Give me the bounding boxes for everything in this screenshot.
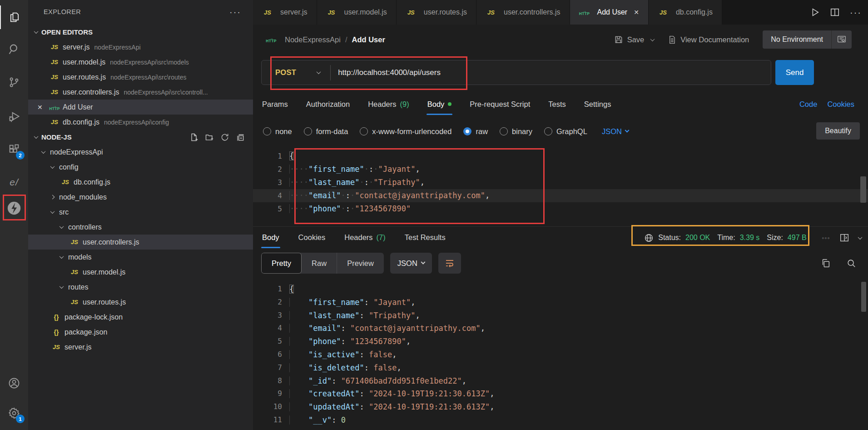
open-editor-item[interactable]: JSuser.model.jsnodeExpressApi\src\models bbox=[28, 55, 253, 70]
word-wrap-button[interactable] bbox=[438, 253, 461, 274]
view-documentation-button[interactable]: View Documentation bbox=[668, 35, 749, 44]
tree-folder-config[interactable]: config bbox=[28, 160, 253, 175]
run-icon[interactable] bbox=[810, 7, 820, 17]
body-type-none[interactable]: none bbox=[263, 127, 292, 136]
tree-section-header[interactable]: NODE-JS bbox=[28, 130, 253, 145]
tree-folder-routes[interactable]: routes bbox=[28, 280, 253, 295]
editor-tab-user-routes-js[interactable]: JSuser.routes.js bbox=[397, 0, 476, 25]
code-token: ···· bbox=[289, 204, 308, 213]
tree-file-user-controllers-js[interactable]: JSuser.controllers.js bbox=[28, 235, 253, 250]
tree-file-package-json[interactable]: {}package.json bbox=[28, 325, 253, 340]
environment-button[interactable]: No Environment bbox=[763, 30, 831, 49]
request-body-editor[interactable]: 1{2····"first_name"·:·"Jayant",3····"las… bbox=[253, 145, 868, 226]
body-type-graphql[interactable]: GraphQL bbox=[544, 127, 587, 136]
tree-file-user-model-js[interactable]: JSuser.model.js bbox=[28, 265, 253, 280]
refresh-icon[interactable] bbox=[220, 133, 229, 142]
tree-folder-node-modules[interactable]: node_modules bbox=[28, 190, 253, 205]
size-value: 497 B bbox=[788, 234, 807, 242]
cookies-link[interactable]: Cookies bbox=[827, 100, 854, 109]
tree-folder-nodeexpressapi[interactable]: nodeExpressApi bbox=[28, 145, 253, 160]
breadcrumb-collection[interactable]: NodeExpressApi bbox=[285, 35, 341, 44]
request-tab-body[interactable]: Body bbox=[427, 96, 453, 112]
body-type-raw[interactable]: raw bbox=[463, 127, 488, 136]
request-editor-scrollbar[interactable] bbox=[860, 176, 866, 203]
settings-gear-icon[interactable]: 1 bbox=[0, 401, 28, 425]
tree-file-package-lock-json[interactable]: {}package-lock.json bbox=[28, 310, 253, 325]
code-token: "Tripathy" bbox=[373, 178, 420, 187]
editor-tab-user-controllers-js[interactable]: JSuser.controllers.js bbox=[476, 0, 570, 25]
open-editor-item[interactable]: JSuser.controllers.jsnodeExpressApi\src\… bbox=[28, 85, 253, 100]
thunder-client-icon[interactable] bbox=[0, 196, 28, 220]
tree-folder-src[interactable]: src bbox=[28, 205, 253, 220]
code-token: "2024-10-19T19:21:30.613Z" bbox=[369, 402, 490, 411]
beautify-button[interactable]: Beautify bbox=[816, 122, 860, 140]
code-link[interactable]: Code bbox=[799, 100, 817, 109]
response-more-icon[interactable]: ◦◦◦ bbox=[822, 235, 830, 241]
source-control-icon[interactable] bbox=[0, 70, 28, 94]
search-icon[interactable] bbox=[0, 37, 28, 61]
tree-file-server-js[interactable]: JSserver.js bbox=[28, 340, 253, 355]
save-button[interactable]: Save bbox=[614, 35, 655, 44]
open-panel-icon[interactable] bbox=[839, 233, 849, 243]
response-tab-headers[interactable]: Headers(7) bbox=[343, 230, 387, 245]
request-tab-pre-request-script[interactable]: Pre-request Script bbox=[469, 96, 531, 112]
request-tab-params[interactable]: Params bbox=[261, 96, 289, 112]
collapse-all-icon[interactable] bbox=[236, 133, 245, 142]
environment-settings-button[interactable] bbox=[831, 30, 852, 49]
code-token: "Jayant" bbox=[373, 298, 411, 307]
body-format-select[interactable]: JSON bbox=[602, 127, 629, 136]
split-editor-icon[interactable] bbox=[830, 7, 840, 17]
tree-item-label: routes bbox=[68, 283, 88, 291]
editor-tab-server-js[interactable]: JSserver.js bbox=[253, 0, 317, 25]
js-file-icon: JS bbox=[326, 9, 337, 16]
url-input[interactable]: http://localhost:4000/api/users bbox=[338, 68, 441, 77]
body-type-form-data[interactable]: form-data bbox=[304, 127, 348, 136]
tree-folder-controllers[interactable]: controllers bbox=[28, 220, 253, 235]
response-format-select[interactable]: JSON bbox=[390, 253, 432, 274]
send-button[interactable]: Send bbox=[775, 60, 814, 85]
request-tab-headers[interactable]: Headers(9) bbox=[367, 96, 410, 112]
account-icon[interactable] bbox=[0, 371, 28, 395]
view-raw[interactable]: Raw bbox=[302, 253, 337, 274]
editor-tab-add-user[interactable]: →HTTPAdd User✕ bbox=[570, 0, 649, 25]
open-editors-header[interactable]: OPEN EDITORS bbox=[28, 25, 253, 40]
tree-folder-models[interactable]: models bbox=[28, 250, 253, 265]
response-tab-test-results[interactable]: Test Results bbox=[404, 230, 446, 245]
new-folder-icon[interactable] bbox=[205, 133, 214, 142]
js-file-icon: JS bbox=[406, 9, 417, 16]
collapse-response-icon[interactable] bbox=[858, 235, 863, 240]
copy-icon[interactable] bbox=[821, 258, 831, 268]
response-tab-body[interactable]: Body bbox=[261, 230, 280, 245]
close-editor-icon[interactable]: ✕ bbox=[37, 104, 49, 111]
more-actions-icon[interactable]: ··· bbox=[850, 7, 862, 18]
request-tab-settings[interactable]: Settings bbox=[583, 96, 612, 112]
run-debug-icon[interactable] bbox=[0, 105, 28, 128]
editor-tab-db-config-js[interactable]: JSdb.config.js bbox=[649, 0, 722, 25]
open-editor-item[interactable]: JSserver.jsnodeExpressApi bbox=[28, 40, 253, 55]
extensions-icon[interactable]: 2 bbox=[0, 138, 28, 161]
open-editor-item[interactable]: JSuser.routes.jsnodeExpressApi\src\route… bbox=[28, 70, 253, 85]
body-type-x-www-form-urlencoded[interactable]: x-www-form-urlencoded bbox=[360, 127, 451, 136]
edge-tools-icon[interactable]: e/ bbox=[0, 170, 28, 194]
view-pretty[interactable]: Pretty bbox=[261, 253, 302, 274]
tree-file-db-config-js[interactable]: JSdb.config.js bbox=[28, 175, 253, 190]
explorer-icon[interactable] bbox=[0, 5, 28, 29]
open-editor-item[interactable]: ✕→HTTPAdd User bbox=[28, 100, 253, 115]
view-preview[interactable]: Preview bbox=[337, 253, 384, 274]
explorer-more-icon[interactable]: ··· bbox=[229, 7, 241, 17]
new-file-icon[interactable] bbox=[189, 133, 198, 142]
request-tab-authorization[interactable]: Authorization bbox=[305, 96, 351, 112]
code-line: 1{ bbox=[253, 283, 868, 296]
method-select[interactable]: POST bbox=[262, 68, 330, 77]
response-scrollbar[interactable] bbox=[861, 282, 866, 312]
body-type-binary[interactable]: binary bbox=[500, 127, 532, 136]
editor-tab-user-model-js[interactable]: JSuser.model.js bbox=[317, 0, 397, 25]
code-token: , bbox=[490, 389, 494, 398]
open-editor-item[interactable]: JSdb.config.jsnodeExpressApi\config bbox=[28, 115, 253, 130]
close-tab-icon[interactable]: ✕ bbox=[634, 9, 639, 16]
search-response-icon[interactable] bbox=[846, 258, 856, 268]
response-tab-cookies[interactable]: Cookies bbox=[298, 230, 327, 245]
request-tab-tests[interactable]: Tests bbox=[547, 96, 567, 112]
code-token: : bbox=[346, 204, 350, 213]
tree-file-user-routes-js[interactable]: JSuser.routes.js bbox=[28, 295, 253, 310]
